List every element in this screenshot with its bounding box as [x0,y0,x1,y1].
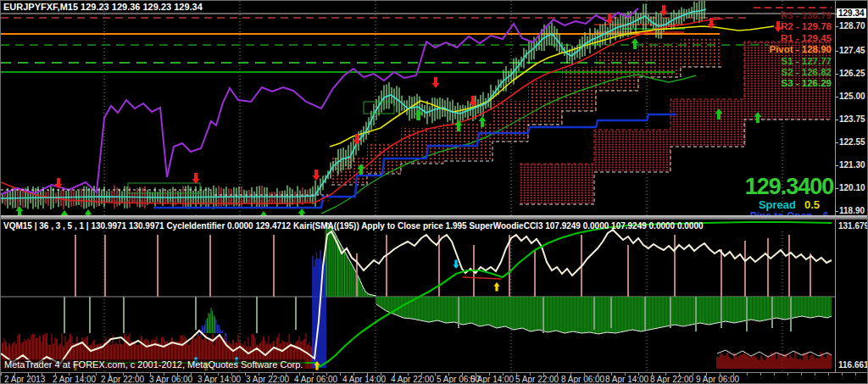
price-tick [836,97,838,97]
spread-label: Spread [759,198,796,211]
price-tick [836,211,838,212]
time-axis[interactable]: 2 Apr 20132 Apr 14:002 Apr 22:003 Apr 06… [1,372,868,384]
quote-panel: 129.3400 Spread0.5 Pips to Open6 [740,175,835,215]
time-axis-label: 8 Apr 06:00 [561,375,604,384]
time-tick [435,373,436,376]
time-tick [842,373,843,376]
time-tick [340,373,341,376]
indicator-axis-min: 116.661 [838,360,868,370]
price-tick [836,120,838,120]
copyright-text: MetaTrader 4 at FOREX.com, c 2001-2012, … [2,359,305,370]
time-tick [747,373,748,376]
price-tick [836,74,838,75]
price-axis-label: 126.25 [839,69,865,78]
time-axis-label: 8 Apr 22:00 [650,375,693,384]
price-axis-label: 118.90 [839,206,865,215]
time-axis-label: 3 Apr 14:00 [198,375,241,384]
price-tick [836,26,838,27]
time-tick [1,373,2,376]
time-axis-label: 9 Apr 06:00 [696,375,739,384]
pivot-level-label: Pivot - 128.90 [747,44,832,55]
indicator-values-header: VQM15 | 36 , 3 , 5 , 1 | 130.9971 130.99… [3,221,832,231]
main-chart[interactable]: EURJPYFXF,M15 129.23 129.36 129.23 129.3… [1,1,835,215]
indicator-axis-max: 131.679 [838,221,868,231]
buy-arrow-icon [16,206,24,215]
pivot-level-label: R2 - 129.78 [747,21,832,32]
buy-arrow-icon [85,209,92,215]
yellow-buy-arrow-icon [493,282,499,291]
indicator-canvas[interactable] [1,220,835,372]
pivot-level-label: S3 - 126.29 [747,78,832,89]
buy-arrow-icon [415,109,423,120]
pivot-level-label: S1 - 127.77 [747,56,832,67]
indicator-panel[interactable]: VQM15 | 36 , 3 , 5 , 1 | 130.9971 130.99… [1,220,835,372]
price-tick [836,142,838,143]
time-axis-label: 5 Apr 22:00 [515,375,559,384]
price-axis[interactable]: 129.34128.70127.45126.25125.00123.75122.… [835,1,868,215]
price-axis-label: 128.70 [839,21,865,31]
time-axis-label: 4 Apr 22:00 [391,375,434,384]
price-tick [836,51,838,52]
price-tick [836,165,838,166]
current-price-label: 129.34 [837,8,866,18]
pivot-level-label: R1 - 129.45 [747,33,832,44]
price-axis-label: 123.75 [839,114,865,124]
buy-arrow-icon [632,38,639,49]
time-axis-label: 2 Apr 2013 [4,375,45,384]
price-tick [836,188,838,189]
mt4-chart-window: EURJPYFXF,M15 129.23 129.36 129.23 129.3… [0,0,868,384]
price-axis-label: 125.00 [839,92,865,101]
time-axis-label: 3 Apr 22:00 [246,375,289,384]
pivot-level-label: R3 - 130.79 [747,10,832,21]
buy-arrow-icon [298,209,306,215]
price-axis-label: 122.55 [839,137,865,147]
time-axis-label: 3 Apr 06:00 [149,375,192,384]
time-axis-label: 4 Apr 06:00 [294,375,337,384]
moving-averages [1,8,774,214]
time-tick [855,373,856,376]
time-axis-label: 2 Apr 22:00 [101,375,144,384]
pivot-level-label: S2 - 126.82 [747,67,832,78]
time-tick [787,373,788,376]
sell-arrow-icon [606,14,614,25]
time-tick [828,373,829,376]
cyan-sell-arrow-icon [453,260,459,269]
time-tick [801,373,802,376]
time-axis-label: 5 Apr 14:00 [470,375,514,384]
spread-value: 0.5 [804,198,820,211]
main-chart-canvas[interactable] [1,1,835,215]
sell-arrow-icon [313,170,320,181]
cycle-line [319,222,832,367]
green-cci-histogram [326,223,832,334]
red-flat-segment [463,277,501,279]
chart-symbol-title: EURJPYFXF,M15 129.23 129.36 129.23 129.3… [3,2,203,12]
pivot-levels: R3 - 130.79R2 - 129.78R1 - 129.45Pivot -… [747,10,832,90]
time-tick [760,373,761,376]
price-axis-label: 120.10 [839,183,865,192]
time-tick [815,373,815,376]
sell-arrow-icon [192,173,200,184]
indicator-axis: 131.679 116.661 [835,220,868,372]
time-axis-label: 2 Apr 14:00 [53,375,96,384]
price-axis-label: 127.45 [839,46,865,55]
sell-arrow-icon [432,77,440,88]
time-tick [774,373,775,376]
time-axis-label: 4 Apr 14:00 [342,375,386,384]
price-axis-label: 121.30 [839,160,865,170]
bid-price: 129.3400 [740,175,835,198]
time-axis-label: 8 Apr 14:00 [605,375,648,384]
